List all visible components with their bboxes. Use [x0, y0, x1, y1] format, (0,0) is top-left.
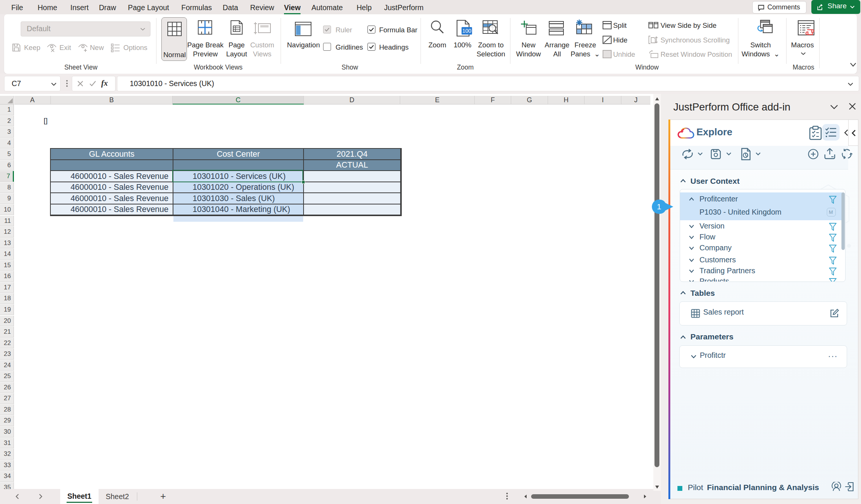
- svg-text:1: 1: [657, 202, 661, 211]
- svg-text:100: 100: [462, 28, 471, 34]
